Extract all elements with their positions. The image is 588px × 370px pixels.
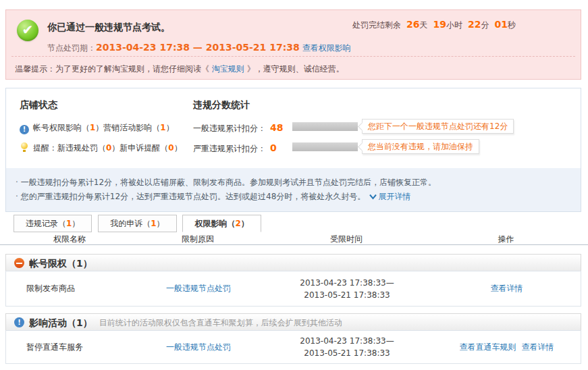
row-action-cell: 查看直通车规则查看详情 bbox=[431, 342, 582, 353]
header-divider-line bbox=[0, 244, 588, 245]
row-time-cell: 2013-04-23 17:38:33—2013-05-21 17:38:33 bbox=[263, 277, 431, 301]
col-header-permission-name: 权限名称 bbox=[5, 234, 134, 245]
countdown-hours-unit: 小时 bbox=[446, 20, 462, 30]
countdown-days: 26 bbox=[406, 19, 419, 30]
countdown-hours: 19 bbox=[433, 19, 446, 30]
account-impact-line: !帐号权限影响（1）营销活动影响（1） bbox=[20, 122, 174, 134]
section-activities-note: 目前统计的活动限权仅包含直通车和聚划算，后续会扩展到其他活动 bbox=[99, 318, 342, 327]
chevron-down-icon bbox=[369, 194, 377, 200]
countdown-days-unit: 天 bbox=[420, 20, 428, 30]
tooltip-arrow bbox=[358, 142, 367, 151]
restriction-reason-link[interactable]: 一般违规节点处罚 bbox=[166, 284, 231, 293]
tab-bar: 违规记录（1） 我的申诉（1） 权限影响（2） bbox=[14, 215, 265, 232]
row-reason-cell: 一般违规节点处罚 bbox=[134, 283, 263, 294]
countdown-minutes-unit: 分 bbox=[481, 20, 489, 30]
general-score-bar bbox=[292, 122, 358, 131]
success-check-icon: ✔ bbox=[17, 20, 38, 41]
note-1-text: 一般违规扣分每累计12分，将被处以店铺屏蔽、限制发布商品。参加规则考试并且节点处… bbox=[21, 178, 436, 187]
exam-result-banner: ✔ 你已通过一般违规节点考试。 处罚完结剩余26天19小时22分01秒 节点处罚… bbox=[5, 9, 581, 80]
tab-violation-records[interactable]: 违规记录（1） bbox=[14, 215, 92, 232]
col-header-restriction-reason: 限制原因 bbox=[134, 234, 262, 245]
table-row: 限制发布商品 一般违规节点处罚 2013-04-23 17:38:33—2013… bbox=[5, 271, 581, 307]
serious-score-value: 0 bbox=[270, 142, 277, 153]
restriction-reason-link[interactable]: 一般违规节点处罚 bbox=[166, 342, 231, 352]
reminder-text: 提醒：新违规处罚（ bbox=[33, 143, 106, 153]
line2-close: ） bbox=[174, 143, 182, 153]
countdown-seconds: 01 bbox=[495, 19, 508, 30]
score-stats-title: 违规分数统计 bbox=[193, 99, 250, 111]
section-account-title: 帐号限权（1） bbox=[29, 258, 92, 269]
bulb-icon bbox=[20, 142, 29, 152]
row-time-cell: 2013-04-23 17:38:33—2013-05-21 17:38:33 bbox=[263, 335, 431, 359]
period-label: 节点处罚期： bbox=[47, 43, 96, 53]
view-details-link[interactable]: 查看详情 bbox=[522, 342, 554, 352]
col-header-action: 操作 bbox=[431, 234, 581, 245]
new-appeal-text: ）新申诉提醒（ bbox=[111, 143, 168, 153]
friendly-tip-row: 温馨提示：为了更好的了解淘宝规则，请您仔细阅读《 淘宝规则 》，遵守规则、诚信经… bbox=[15, 63, 344, 75]
col-header-restricted-time: 受限时间 bbox=[262, 234, 431, 245]
period-dates: 2013-04-23 17:38 — 2013-05-21 17:38 bbox=[96, 42, 300, 53]
general-score-label: 一般违规累计扣分： bbox=[193, 124, 266, 133]
marketing-impact-count: 1 bbox=[160, 123, 165, 132]
minus-circle-icon bbox=[14, 258, 24, 268]
banner-title: 你已通过一般违规节点考试。 bbox=[47, 22, 170, 34]
taobao-rules-link[interactable]: 淘宝规则 bbox=[212, 64, 244, 74]
countdown-seconds-unit: 秒 bbox=[508, 20, 516, 30]
view-permission-impact-link[interactable]: 查看权限影响 bbox=[302, 43, 351, 53]
table-row: 暂停直通车服务 一般违规节点处罚 2013-04-23 17:38:33—201… bbox=[5, 330, 581, 364]
status-panel: 店铺状态 违规分数统计 !帐号权限影响（1）营销活动影响（1） 提醒：新违规处罚… bbox=[5, 88, 581, 212]
view-details-link[interactable]: 查看详情 bbox=[491, 284, 523, 293]
account-impact-text: 帐号权限影响（ bbox=[33, 123, 90, 132]
serious-score-tooltip: 您当前没有违规，请加油保持 bbox=[362, 139, 479, 154]
reminder-line: 提醒：新违规处罚（0）新申诉提醒（0） bbox=[20, 142, 182, 154]
alert-circle-icon: ! bbox=[20, 125, 29, 134]
row-permission-name: 暂停直通车服务 bbox=[6, 342, 134, 353]
row-reason-cell: 一般违规节点处罚 bbox=[134, 342, 263, 353]
bullet: · bbox=[16, 178, 18, 187]
note-2-text: 您的严重违规扣分每累计12分，达到严重违规节点处罚。达到或超过48分时，将被处永… bbox=[21, 192, 366, 201]
line1-close: ） bbox=[166, 123, 174, 132]
marketing-impact-text: ）营销活动影响（ bbox=[95, 123, 160, 132]
serious-score-bar bbox=[292, 142, 358, 151]
penalty-countdown: 处罚完结剩余26天19小时22分01秒 bbox=[352, 19, 516, 31]
expand-details-link[interactable]: 展开详情 bbox=[369, 192, 410, 201]
serious-score-line: 严重违规累计扣分：0 bbox=[193, 142, 277, 155]
tip-prefix: 温馨提示：为了更好的了解淘宝规则，请您仔细阅读《 bbox=[15, 64, 212, 74]
table-header-row: 权限名称 限制原因 受限时间 操作 bbox=[5, 234, 581, 245]
tab-my-appeals[interactable]: 我的申诉（1） bbox=[98, 215, 176, 232]
violation-management-page: ✔ 你已通过一般违规节点考试。 处罚完结剩余26天19小时22分01秒 节点处罚… bbox=[0, 0, 588, 370]
section-affected-activities: !影响活动（1）目前统计的活动限权仅包含直通车和聚划算，后续会扩展到其他活动 bbox=[5, 313, 581, 331]
tip-suffix: 》，遵守规则、诚信经营。 bbox=[244, 64, 344, 74]
section-activities-title: 影响活动（1） bbox=[29, 317, 92, 328]
note-line-2: ·您的严重违规扣分每累计12分，达到严重违规节点处罚。达到或超过48分时，将被处… bbox=[16, 190, 581, 204]
info-circle-icon: ! bbox=[14, 317, 24, 327]
banner-divider bbox=[11, 56, 575, 57]
rules-notes-box: ·一般违规扣分每累计12分，将被处以店铺屏蔽、限制发布商品。参加规则考试并且节点… bbox=[6, 168, 581, 211]
row-action-cell: 查看详情 bbox=[431, 283, 582, 294]
shop-status-title: 店铺状态 bbox=[20, 99, 57, 111]
note-line-1: ·一般违规扣分每累计12分，将被处以店铺屏蔽、限制发布商品。参加规则考试并且节点… bbox=[16, 176, 581, 190]
countdown-minutes: 22 bbox=[468, 19, 481, 30]
view-ztc-rules-link[interactable]: 查看直通车规则 bbox=[460, 342, 516, 352]
general-score-tooltip-text: 您距下一个一般违规节点处罚还有12分 bbox=[368, 122, 508, 131]
countdown-label: 处罚完结剩余 bbox=[352, 20, 401, 30]
tab-permission-impact[interactable]: 权限影响（2） bbox=[182, 215, 261, 232]
row-permission-name: 限制发布商品 bbox=[6, 283, 134, 294]
bullet: · bbox=[16, 192, 18, 201]
tooltip-arrow bbox=[358, 122, 367, 131]
serious-score-tooltip-text: 您当前没有违规，请加油保持 bbox=[368, 142, 473, 151]
general-score-value: 48 bbox=[270, 122, 283, 133]
general-score-tooltip: 您距下一个一般违规节点处罚还有12分 bbox=[362, 119, 514, 134]
general-score-line: 一般违规累计扣分：48 bbox=[193, 122, 283, 134]
section-account-restriction: 帐号限权（1） bbox=[5, 254, 581, 271]
serious-score-label: 严重违规累计扣分： bbox=[193, 144, 266, 153]
new-appeal-count: 0 bbox=[168, 143, 173, 153]
penalty-period-row: 节点处罚期：2013-04-23 17:38 — 2013-05-21 17:3… bbox=[47, 42, 351, 54]
